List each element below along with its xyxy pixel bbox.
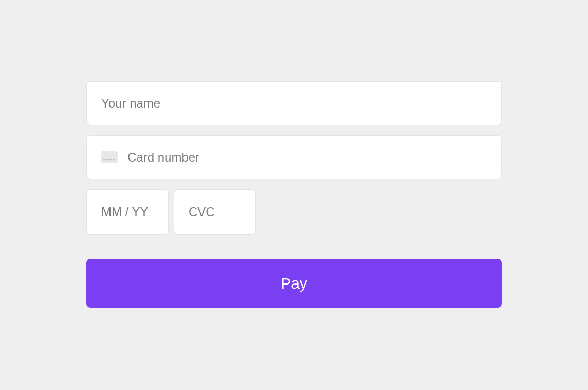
name-input[interactable] bbox=[101, 96, 487, 111]
payment-form-container: Pay bbox=[0, 0, 588, 390]
expiry-cvc-row bbox=[86, 189, 502, 235]
card-number-input[interactable] bbox=[127, 150, 487, 165]
expiry-input-box bbox=[86, 189, 169, 235]
credit-card-icon bbox=[101, 151, 118, 163]
cvc-input-box bbox=[174, 189, 256, 235]
svg-rect-2 bbox=[106, 159, 108, 160]
payment-form: Pay bbox=[86, 81, 502, 308]
svg-rect-3 bbox=[109, 159, 112, 160]
name-input-box bbox=[86, 81, 502, 125]
svg-rect-1 bbox=[103, 159, 105, 160]
pay-button[interactable]: Pay bbox=[86, 259, 502, 308]
cvc-input[interactable] bbox=[189, 205, 241, 219]
svg-rect-4 bbox=[113, 159, 115, 160]
card-number-input-box bbox=[86, 135, 502, 179]
expiry-input[interactable] bbox=[101, 205, 154, 219]
svg-rect-0 bbox=[101, 151, 118, 163]
